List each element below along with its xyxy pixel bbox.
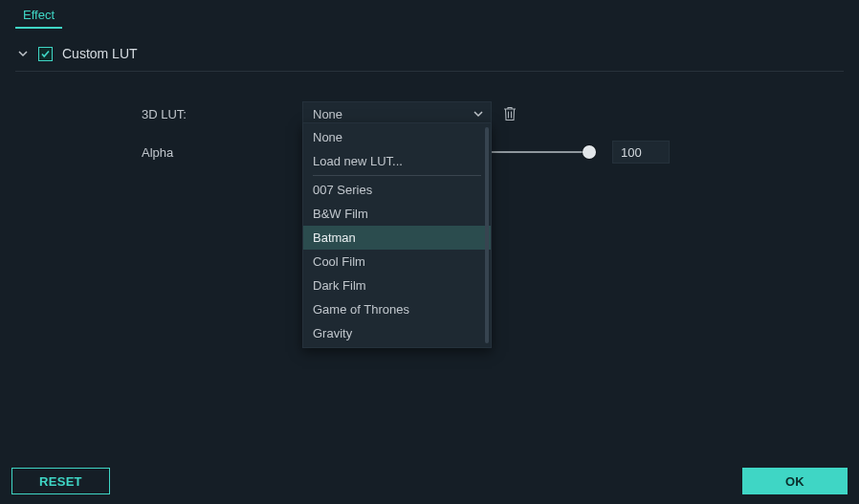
ok-button[interactable]: OK bbox=[742, 468, 848, 494]
tab-effect[interactable]: Effect bbox=[15, 2, 62, 29]
section-header-custom-lut: Custom LUT bbox=[15, 38, 844, 72]
row-3d-lut: 3D LUT: None bbox=[142, 95, 844, 133]
dropdown-item-bw-film[interactable]: B&W Film bbox=[303, 202, 491, 226]
dropdown-item-007-series[interactable]: 007 Series bbox=[303, 178, 491, 202]
dropdown-item-cool-film[interactable]: Cool Film bbox=[303, 250, 491, 274]
input-alpha-value[interactable]: 100 bbox=[612, 141, 670, 164]
dropdown-item-game-of-thrones[interactable]: Game of Thrones bbox=[303, 297, 491, 321]
slider-thumb[interactable] bbox=[583, 145, 596, 159]
caret-down-icon bbox=[473, 108, 484, 120]
dropdown-group-presets: 007 Series B&W Film Batman Cool Film Dar… bbox=[303, 176, 491, 347]
row-alpha: Alpha 100 bbox=[142, 133, 844, 171]
dropdown-item-dark-film[interactable]: Dark Film bbox=[303, 274, 491, 297]
reset-button[interactable]: RESET bbox=[11, 468, 110, 494]
checkbox-custom-lut[interactable] bbox=[38, 47, 53, 61]
footer-bar: RESET OK bbox=[0, 468, 859, 494]
tabs-bar: Effect bbox=[0, 0, 859, 29]
dropdown-3d-lut: None Load new LUT... 007 Series B&W Film… bbox=[302, 122, 492, 348]
label-alpha: Alpha bbox=[142, 145, 302, 160]
dropdown-item-load-new-lut[interactable]: Load new LUT... bbox=[303, 149, 491, 173]
dropdown-item-none[interactable]: None bbox=[303, 125, 491, 149]
dropdown-item-gravity[interactable]: Gravity bbox=[303, 321, 491, 345]
section-title: Custom LUT bbox=[62, 46, 138, 61]
dropdown-item-batman[interactable]: Batman bbox=[303, 226, 491, 250]
dropdown-scrollbar[interactable] bbox=[485, 127, 489, 343]
trash-icon[interactable] bbox=[503, 106, 517, 121]
dropdown-group-top: None Load new LUT... bbox=[303, 123, 491, 175]
check-icon bbox=[40, 49, 51, 59]
chevron-down-icon[interactable] bbox=[17, 48, 29, 59]
label-3d-lut: 3D LUT: bbox=[142, 107, 302, 121]
select-3d-lut-value: None bbox=[313, 107, 342, 121]
effects-panel: Effect Custom LUT 3D LUT: None bbox=[0, 0, 859, 504]
